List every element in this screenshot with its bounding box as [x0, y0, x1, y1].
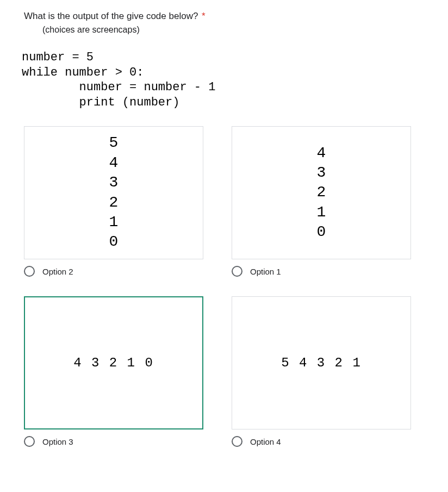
- option-2-output: 5 4 3 2 1 0: [109, 133, 119, 252]
- question-container: What is the output of the give code belo…: [0, 0, 448, 447]
- option-3-output: 4 3 2 1 0: [73, 354, 154, 371]
- required-indicator: *: [202, 11, 206, 21]
- option-1[interactable]: 4 3 2 1 0 Option 1: [232, 126, 411, 277]
- option-1-label: Option 1: [250, 267, 281, 276]
- option-4-row[interactable]: Option 4: [232, 436, 411, 447]
- option-4-image[interactable]: 5 4 3 2 1: [232, 296, 411, 429]
- option-4[interactable]: 5 4 3 2 1 Option 4: [232, 296, 411, 447]
- option-3-image[interactable]: 4 3 2 1 0: [24, 296, 203, 429]
- radio-icon[interactable]: [24, 436, 35, 447]
- option-1-output: 4 3 2 1 0: [317, 144, 326, 242]
- option-3[interactable]: 4 3 2 1 0 Option 3: [24, 296, 203, 447]
- question-caption: (choices are screencaps): [42, 25, 426, 35]
- radio-icon[interactable]: [24, 266, 35, 277]
- radio-icon[interactable]: [232, 266, 242, 277]
- option-2-label: Option 2: [42, 267, 73, 276]
- option-1-image[interactable]: 4 3 2 1 0: [232, 126, 411, 259]
- option-1-row[interactable]: Option 1: [232, 266, 411, 277]
- code-block: number = 5 while number > 0: number = nu…: [22, 50, 426, 110]
- option-2-row[interactable]: Option 2: [24, 266, 203, 277]
- option-4-label: Option 4: [250, 437, 281, 446]
- question-text: What is the output of the give code belo…: [24, 11, 198, 21]
- options-grid: 5 4 3 2 1 0 Option 2 4 3 2 1 0 Option 1 …: [24, 126, 426, 447]
- option-4-output: 5 4 3 2 1: [281, 354, 362, 371]
- radio-icon[interactable]: [232, 436, 242, 447]
- option-2[interactable]: 5 4 3 2 1 0 Option 2: [24, 126, 203, 277]
- option-3-label: Option 3: [42, 437, 73, 446]
- option-2-image[interactable]: 5 4 3 2 1 0: [24, 126, 203, 259]
- option-3-row[interactable]: Option 3: [24, 436, 203, 447]
- question-title: What is the output of the give code belo…: [24, 11, 426, 22]
